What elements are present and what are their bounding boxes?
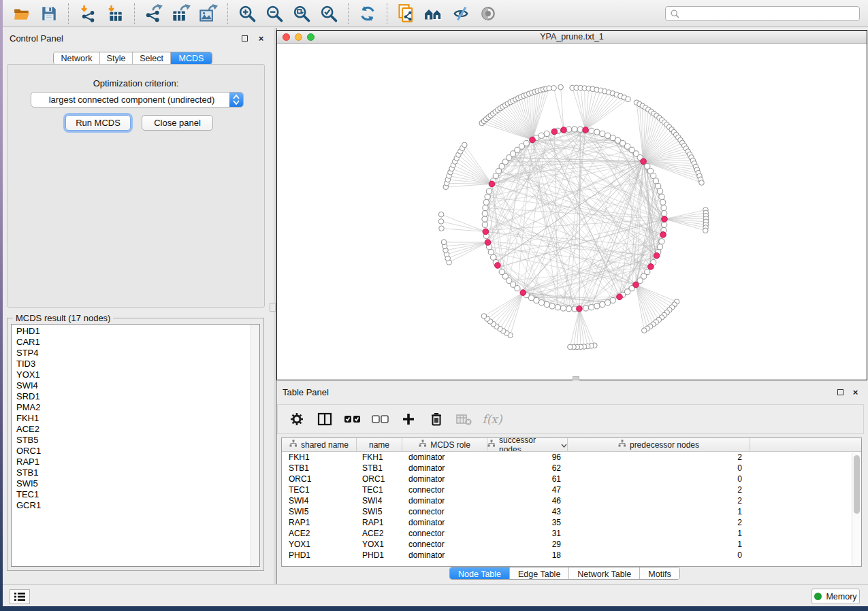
table-cell[interactable]: 0	[568, 550, 750, 561]
table-cell[interactable]: 96	[487, 452, 568, 463]
column-header-successor-nodes[interactable]: successor nodes	[487, 438, 568, 451]
mcds-result-item[interactable]: ACE2	[12, 424, 251, 435]
hide-graphics-details-icon[interactable]	[451, 4, 470, 23]
table-cell[interactable]: STB1	[282, 463, 357, 474]
table-row[interactable]: TEC1TEC1connector472	[282, 484, 861, 495]
table-row[interactable]: FKH1FKH1dominator962	[282, 452, 861, 463]
table-cell[interactable]: 2	[568, 517, 750, 528]
mcds-result-item[interactable]: STP4	[12, 348, 251, 359]
table-cell[interactable]: 47	[487, 484, 568, 495]
table-cell[interactable]: FKH1	[282, 452, 357, 463]
refresh-icon[interactable]	[358, 4, 377, 23]
tab-select[interactable]: Select	[133, 52, 171, 64]
table-row[interactable]: SWI5SWI5connector431	[282, 506, 861, 517]
table-row[interactable]: PHD1PHD1dominator180	[282, 550, 861, 561]
table-cell[interactable]: YOX1	[282, 539, 357, 550]
mcds-result-item[interactable]: TEC1	[12, 489, 251, 500]
table-cell[interactable]: 2	[568, 484, 750, 495]
table-scrollbar-thumb[interactable]	[854, 455, 860, 514]
mcds-result-item[interactable]: FKH1	[12, 413, 251, 424]
column-header-MCDS-role[interactable]: MCDS role	[402, 438, 487, 451]
table-cell[interactable]: RAP1	[282, 517, 357, 528]
table-cell[interactable]: 0	[568, 474, 750, 484]
table-cell[interactable]: connector	[402, 528, 487, 539]
horizontal-splitter-grip[interactable]	[573, 376, 579, 380]
mcds-result-list[interactable]: PHD1CAR1STP4TID3YOX1SWI4SRD1PMA2FKH1ACE2…	[11, 324, 260, 567]
mcds-result-item[interactable]: PMA2	[12, 402, 251, 413]
mcds-result-item[interactable]: STB5	[12, 435, 251, 446]
table-cell[interactable]: 1	[568, 506, 750, 517]
table-cell[interactable]: dominator	[402, 550, 487, 561]
table-cell[interactable]: 0	[568, 463, 750, 474]
table-row[interactable]: YOX1YOX1connector291	[282, 539, 861, 550]
new-network-from-selection-icon[interactable]	[397, 4, 416, 23]
table-cell[interactable]: 29	[487, 539, 568, 550]
table-cell[interactable]: PHD1	[357, 550, 402, 561]
table-cell[interactable]: connector	[402, 506, 487, 517]
create-column-icon[interactable]	[400, 410, 417, 428]
mcds-list-scrollbar[interactable]	[251, 325, 259, 566]
mcds-result-item[interactable]: SWI4	[12, 380, 251, 391]
table-settings-gear-icon[interactable]	[288, 410, 306, 428]
table-cell[interactable]: TEC1	[282, 484, 357, 495]
table-cell[interactable]: 2	[568, 452, 750, 463]
zoom-in-icon[interactable]	[238, 4, 257, 23]
select-all-columns-icon[interactable]	[344, 410, 361, 428]
table-row[interactable]: ORC1ORC1dominator610	[282, 474, 861, 484]
table-cell[interactable]: 18	[487, 550, 568, 561]
table-cell[interactable]: 1	[568, 528, 750, 539]
tab-network-table[interactable]: Network Table	[569, 567, 640, 580]
table-cell[interactable]: dominator	[402, 452, 487, 463]
table-cell[interactable]: connector	[402, 539, 487, 550]
mcds-result-item[interactable]: CAR1	[12, 337, 251, 348]
network-canvas[interactable]	[277, 44, 867, 380]
table-cell[interactable]: RAP1	[357, 517, 402, 528]
table-cell[interactable]: FKH1	[357, 452, 402, 463]
import-network-icon[interactable]	[78, 4, 97, 23]
table-cell[interactable]: dominator	[402, 463, 487, 474]
zoom-out-icon[interactable]	[265, 4, 284, 23]
table-cell[interactable]: 46	[487, 495, 568, 506]
table-cell[interactable]: dominator	[402, 495, 487, 506]
close-table-panel-icon[interactable]: ×	[851, 388, 860, 397]
table-cell[interactable]: 35	[487, 517, 568, 528]
mcds-result-item[interactable]: SRD1	[12, 391, 251, 402]
table-scrollbar[interactable]	[852, 452, 861, 565]
table-row[interactable]: SWI4SWI4dominator462	[282, 495, 861, 506]
show-column-icon[interactable]	[316, 410, 334, 428]
memory-button[interactable]: Memory	[811, 589, 860, 604]
float-panel-icon[interactable]	[240, 34, 249, 43]
open-file-icon[interactable]	[12, 4, 31, 23]
table-cell[interactable]: SWI5	[357, 506, 402, 517]
table-cell[interactable]: ORC1	[357, 474, 402, 484]
import-table-icon[interactable]	[106, 4, 125, 23]
mcds-result-item[interactable]: SWI5	[12, 478, 251, 489]
mcds-result-item[interactable]: RAP1	[12, 457, 251, 467]
run-mcds-button[interactable]: Run MCDS	[65, 115, 131, 131]
table-cell[interactable]: dominator	[402, 517, 487, 528]
mcds-result-item[interactable]: YOX1	[12, 369, 251, 380]
export-network-icon[interactable]	[144, 4, 163, 23]
column-header-predecessor-nodes[interactable]: predecessor nodes	[568, 438, 750, 451]
table-cell[interactable]: TEC1	[357, 484, 402, 495]
mcds-result-item[interactable]: GCR1	[12, 500, 251, 511]
table-cell[interactable]: dominator	[402, 474, 487, 484]
table-cell[interactable]: 43	[487, 506, 568, 517]
export-table-icon[interactable]	[172, 4, 191, 23]
close-panel-icon[interactable]: ×	[257, 34, 266, 43]
table-cell[interactable]: 61	[487, 474, 568, 484]
search-box[interactable]	[665, 6, 860, 21]
mcds-result-item[interactable]: PHD1	[12, 326, 251, 337]
export-image-icon[interactable]	[199, 4, 218, 23]
table-cell[interactable]: STB1	[357, 463, 402, 474]
zoom-selected-icon[interactable]	[319, 4, 338, 23]
table-cell[interactable]: ACE2	[357, 528, 402, 539]
table-cell[interactable]: 2	[568, 495, 750, 506]
table-cell[interactable]: ORC1	[282, 474, 357, 484]
table-cell[interactable]: PHD1	[282, 550, 357, 561]
tab-network[interactable]: Network	[54, 52, 100, 64]
tab-node-table[interactable]: Node Table	[450, 567, 510, 580]
show-graphics-details-icon[interactable]	[479, 4, 498, 23]
close-panel-button[interactable]: Close panel	[142, 115, 213, 131]
mcds-result-item[interactable]: STB1	[12, 467, 251, 478]
